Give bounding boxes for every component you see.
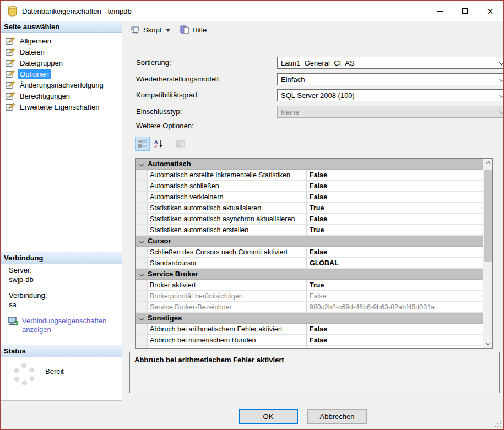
maximize-button[interactable] [452, 1, 478, 21]
combo-value: Einfach [281, 75, 305, 84]
status-header: Status [1, 345, 122, 357]
grid-row-gutter [136, 225, 148, 235]
categorized-button[interactable] [135, 137, 150, 151]
more-options-label: Weitere Optionen: [136, 122, 194, 130]
scroll-down-button[interactable] [483, 339, 493, 348]
database-icon [8, 6, 17, 17]
collapse-chevron-icon[interactable] [136, 162, 148, 166]
script-icon [131, 26, 140, 34]
grid-property-value[interactable]: False [307, 170, 483, 180]
alphabetical-sort-button[interactable]: A Z [151, 137, 166, 151]
grid-row-gutter [136, 258, 148, 268]
combo-box[interactable]: SQL Server 2008 (100) [277, 89, 504, 101]
form-row: Kompatibilitätsgrad: SQL Server 2008 (10… [136, 89, 496, 101]
grid-property-value[interactable]: False [307, 247, 483, 257]
grid-row[interactable]: ANSI NULL-Default False [136, 346, 483, 348]
dialog-footer: OK Abbrechen [1, 401, 503, 429]
grid-row[interactable]: Automatisch erstellte inkrementelle Stat… [136, 170, 483, 181]
combo-box[interactable]: Einfach [277, 73, 504, 85]
scroll-up-button[interactable] [483, 159, 493, 168]
grid-property-value[interactable]: GLOBAL [307, 258, 483, 268]
property-page-icon [6, 92, 15, 100]
script-button[interactable]: Skript [128, 24, 178, 36]
connection-header: Verbindung [1, 252, 122, 264]
grid-row[interactable]: Service Broker-Bezeichner 9ff0c2b2-c69d-… [136, 302, 483, 313]
grid-property-value[interactable]: True [307, 203, 483, 213]
sidebar-page-item[interactable]: Berechtigungen [1, 90, 122, 101]
script-label: Skript [143, 26, 161, 34]
grid-property-name: Abbruch bei numerischem Runden [148, 335, 307, 345]
grid-row[interactable]: Broker aktiviert True [136, 280, 483, 291]
grid-row[interactable]: Statistiken automatisch aktualisieren Tr… [136, 203, 483, 214]
property-description-box: Abbruch bei arithmetischem Fehler aktivi… [129, 352, 500, 393]
property-page-icon [6, 70, 15, 78]
grid-property-value[interactable]: False [307, 346, 483, 348]
grid-property-value[interactable]: False [307, 335, 483, 345]
grid-row[interactable]: Statistiken automatisch asynchron aktual… [136, 214, 483, 225]
grid-row[interactable]: Abbruch bei arithmetischem Fehler aktivi… [136, 324, 483, 335]
grid-property-name: Automatisch verkleinern [148, 192, 307, 202]
sidebar-page-label: Optionen [18, 69, 51, 79]
database-properties-dialog: Datenbankeigenschaften - tempdb ✕ Seite … [0, 0, 504, 430]
grid-row[interactable]: Automatisch verkleinern False [136, 192, 483, 203]
sidebar-page-label: Allgemein [18, 36, 53, 46]
grid-property-value[interactable]: False [307, 181, 483, 191]
grid-row[interactable]: Schließen des Cursors nach Commit aktivi… [136, 247, 483, 258]
close-button[interactable]: ✕ [478, 1, 503, 21]
grid-property-name: Standardcursor [148, 258, 307, 268]
page-select-panel: Seite auswählen Allgemein Dateien [1, 21, 122, 401]
collapse-chevron-icon[interactable] [136, 317, 148, 320]
grid-row[interactable]: Brokerpriorität berücksichtigen False [136, 291, 483, 302]
grid-row[interactable]: Statistiken automatisch erstellen True [136, 225, 483, 236]
grid-section-header[interactable]: Service Broker [136, 269, 483, 280]
view-connection-properties-link[interactable]: Verbindungseigenschaften anzeigen [8, 317, 122, 335]
grid-property-value[interactable]: True [307, 280, 483, 290]
grid-property-value[interactable]: False [307, 214, 483, 224]
form-row: Einschlusstyp: Keine [136, 106, 496, 118]
grid-row-gutter [136, 181, 148, 191]
combo-box[interactable]: Latin1_General_CI_AS [277, 57, 504, 69]
combo-box[interactable]: Keine [277, 106, 504, 118]
grid-row[interactable]: Standardcursor GLOBAL [136, 258, 483, 269]
connection-label: Verbindung: [1, 290, 122, 300]
grid-property-value[interactable]: False [307, 291, 483, 301]
grid-property-value[interactable]: 9ff0c2b2-c69d-46b6-9b63-82abf45d031a [307, 302, 483, 312]
sidebar-page-item[interactable]: Allgemein [1, 35, 122, 46]
sidebar-page-item[interactable]: Optionen [1, 68, 122, 79]
sidebar-page-item[interactable]: Dateien [1, 46, 122, 57]
grid-section-header[interactable]: Automatisch [136, 159, 483, 170]
ok-button[interactable]: OK [239, 409, 298, 424]
grid-row[interactable]: Automatisch schließen False [136, 181, 483, 192]
grid-property-value[interactable]: False [307, 324, 483, 334]
collapse-chevron-icon[interactable] [136, 240, 148, 243]
help-button[interactable]: Hilfe [178, 24, 209, 36]
form-row: Sortierung: Latin1_General_CI_AS [136, 57, 496, 69]
view-connection-properties-label: Verbindungseigenschaften anzeigen [22, 317, 110, 335]
grid-row-gutter [136, 170, 148, 180]
sidebar-page-item[interactable]: Änderungsnachverfolgung [1, 79, 122, 90]
grid-row[interactable]: Abbruch bei numerischem Runden False [136, 335, 483, 346]
resize-grip[interactable] [495, 421, 501, 427]
form-field-label: Sortierung: [136, 58, 171, 67]
property-page-icon [6, 37, 15, 45]
grid-property-value[interactable]: True [307, 225, 483, 235]
grid-property-name: Brokerpriorität berücksichtigen [148, 291, 307, 301]
grid-section-header[interactable]: Cursor [136, 236, 483, 247]
sidebar-page-item[interactable]: Erweiterte Eigenschaften [1, 101, 122, 112]
scrollbar-thumb[interactable] [484, 170, 492, 262]
sidebar-page-item[interactable]: Dateigruppen [1, 57, 122, 68]
window-title: Datenbankeigenschaften - tempdb [22, 7, 132, 15]
server-label: Server: [1, 265, 122, 274]
collapse-chevron-icon[interactable] [136, 273, 148, 276]
grid-row-gutter [136, 324, 148, 334]
grid-section-header[interactable]: Sonstiges [136, 313, 483, 324]
combo-value: SQL Server 2008 (100) [281, 91, 355, 100]
help-label: Hilfe [192, 26, 207, 34]
cancel-button[interactable]: Abbrechen [307, 409, 367, 424]
vertical-scrollbar[interactable] [483, 159, 492, 348]
minimize-button[interactable] [427, 1, 452, 21]
property-pages-icon [176, 140, 185, 148]
property-grid-body: Automatisch Automatisch erstellte inkrem… [136, 159, 483, 348]
grid-property-value[interactable]: False [307, 192, 483, 202]
grid-row-gutter [136, 280, 148, 290]
